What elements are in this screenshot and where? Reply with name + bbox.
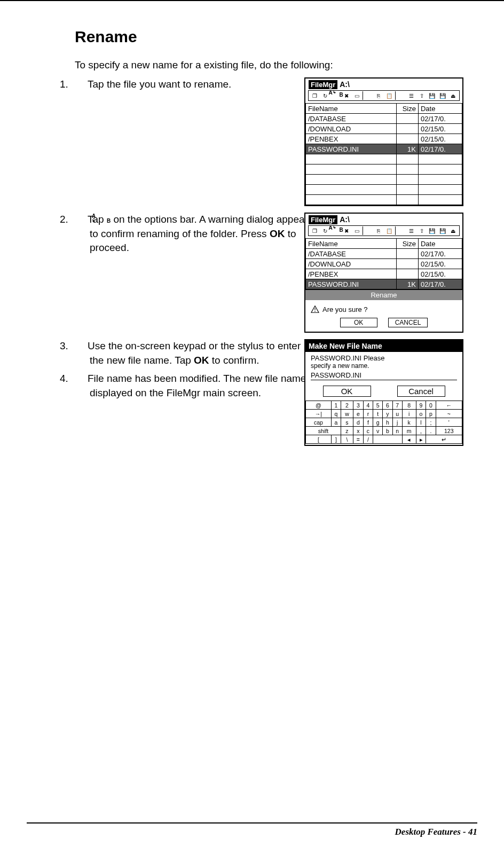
- key[interactable]: h: [383, 418, 392, 427]
- key[interactable]: z: [341, 427, 353, 435]
- col-size[interactable]: Size: [396, 239, 418, 249]
- key[interactable]: 7: [392, 401, 402, 410]
- key[interactable]: .: [426, 427, 436, 435]
- list-icon[interactable]: ☰: [406, 91, 416, 100]
- key[interactable]: e: [353, 410, 363, 418]
- select-icon[interactable]: ▭: [352, 91, 363, 100]
- paste-icon[interactable]: 📋: [384, 91, 395, 100]
- rename-icon[interactable]: A↳B: [330, 226, 341, 235]
- save2-icon[interactable]: 💾: [437, 91, 448, 100]
- key-backspace[interactable]: ←: [436, 401, 462, 410]
- new-folder-icon[interactable]: ❐: [310, 226, 320, 235]
- col-date[interactable]: Date: [418, 239, 462, 249]
- save-icon[interactable]: 💾: [427, 91, 437, 100]
- key[interactable]: f: [363, 418, 373, 427]
- key[interactable]: s: [341, 418, 353, 427]
- key[interactable]: y: [383, 410, 392, 418]
- up-icon[interactable]: ⇧: [416, 91, 427, 100]
- key[interactable]: 3: [353, 401, 363, 410]
- save2-icon[interactable]: 💾: [437, 226, 448, 235]
- key[interactable]: d: [353, 418, 363, 427]
- key[interactable]: n: [392, 427, 402, 435]
- key[interactable]: a: [331, 418, 341, 427]
- key[interactable]: w: [341, 410, 353, 418]
- key[interactable]: o: [416, 410, 426, 418]
- save-icon[interactable]: 💾: [427, 226, 437, 235]
- file-table: FileName Size Date /DATABASE02/17/0. /DO…: [305, 103, 462, 205]
- paste-icon[interactable]: 📋: [384, 226, 395, 235]
- table-row[interactable]: /DOWNLOAD02/15/0.: [306, 124, 462, 134]
- key[interactable]: 6: [383, 401, 392, 410]
- list-icon[interactable]: ☰: [406, 226, 416, 235]
- key[interactable]: l: [416, 418, 426, 427]
- key[interactable]: k: [402, 418, 416, 427]
- exit-icon[interactable]: ⏏: [447, 91, 458, 100]
- col-filename[interactable]: FileName: [306, 104, 397, 114]
- key-123[interactable]: 123: [436, 427, 462, 435]
- key[interactable]: g: [373, 418, 383, 427]
- key[interactable]: [: [306, 435, 332, 444]
- table-row[interactable]: /PENBEX02/15/0.: [306, 134, 462, 144]
- key[interactable]: p: [426, 410, 436, 418]
- key[interactable]: /: [363, 435, 373, 444]
- key[interactable]: u: [392, 410, 402, 418]
- key[interactable]: 9: [416, 401, 426, 410]
- key[interactable]: v: [373, 427, 383, 435]
- key[interactable]: 8: [402, 401, 416, 410]
- table-row[interactable]: /DATABASE02/17/0.: [306, 114, 462, 124]
- table-row: [306, 185, 462, 195]
- key[interactable]: r: [363, 410, 373, 418]
- key[interactable]: ~: [436, 410, 462, 418]
- key-tab[interactable]: →|: [306, 410, 332, 418]
- table-row-selected[interactable]: PASSWORD.INI1K02/17/0.: [306, 144, 462, 154]
- cancel-button[interactable]: CANCEL: [388, 318, 428, 327]
- key[interactable]: 0: [426, 401, 436, 410]
- key[interactable]: @: [306, 401, 332, 410]
- col-filename[interactable]: FileName: [306, 239, 397, 249]
- rename-icon[interactable]: A↳B: [330, 91, 341, 100]
- key[interactable]: =: [353, 435, 363, 444]
- key[interactable]: ,: [416, 427, 426, 435]
- copy-icon[interactable]: ⎘: [374, 91, 384, 100]
- up-icon[interactable]: ⇧: [416, 226, 427, 235]
- key[interactable]: \: [341, 435, 353, 444]
- ok-button[interactable]: OK: [323, 386, 371, 397]
- key[interactable]: t: [373, 410, 383, 418]
- key-space[interactable]: [373, 435, 403, 444]
- key[interactable]: ': [436, 418, 462, 427]
- key-shift[interactable]: shift: [306, 427, 341, 435]
- key[interactable]: 1: [331, 401, 341, 410]
- key[interactable]: 4: [363, 401, 373, 410]
- table-row[interactable]: /PENBEX02/15/0.: [306, 269, 462, 279]
- key[interactable]: x: [353, 427, 363, 435]
- key-right[interactable]: ▸: [416, 435, 426, 444]
- onscreen-keyboard[interactable]: @1234567890← →|qwertyuiop~ capasdfghjkl;…: [305, 401, 462, 444]
- ok-button[interactable]: OK: [340, 318, 377, 327]
- make-new-line2: specify a new name.: [311, 362, 457, 370]
- exit-icon[interactable]: ⏏: [447, 226, 458, 235]
- key[interactable]: 5: [373, 401, 383, 410]
- key[interactable]: m: [402, 427, 416, 435]
- key[interactable]: 2: [341, 401, 353, 410]
- filename-input[interactable]: PASSWORD.INI: [311, 371, 457, 380]
- table-row[interactable]: /DOWNLOAD02/15/0.: [306, 259, 462, 269]
- key[interactable]: ;: [426, 418, 436, 427]
- new-folder-icon[interactable]: ❐: [310, 91, 320, 100]
- key[interactable]: c: [363, 427, 373, 435]
- key-cap[interactable]: cap: [306, 418, 332, 427]
- copy-icon[interactable]: ⎘: [374, 226, 384, 235]
- col-size[interactable]: Size: [396, 104, 418, 114]
- col-date[interactable]: Date: [418, 104, 462, 114]
- key[interactable]: i: [402, 410, 416, 418]
- key[interactable]: q: [331, 410, 341, 418]
- key[interactable]: ]: [331, 435, 341, 444]
- table-row-selected[interactable]: PASSWORD.INI1K02/17/0.: [306, 279, 462, 289]
- key-left[interactable]: ◂: [402, 435, 416, 444]
- select-icon[interactable]: ▭: [352, 226, 363, 235]
- table-row[interactable]: /DATABASE02/17/0.: [306, 249, 462, 259]
- make-new-title: Make New File Name: [305, 340, 462, 352]
- key-enter[interactable]: ↵: [426, 435, 462, 444]
- key[interactable]: j: [392, 418, 402, 427]
- cancel-button[interactable]: Cancel: [397, 386, 445, 397]
- key[interactable]: b: [383, 427, 392, 435]
